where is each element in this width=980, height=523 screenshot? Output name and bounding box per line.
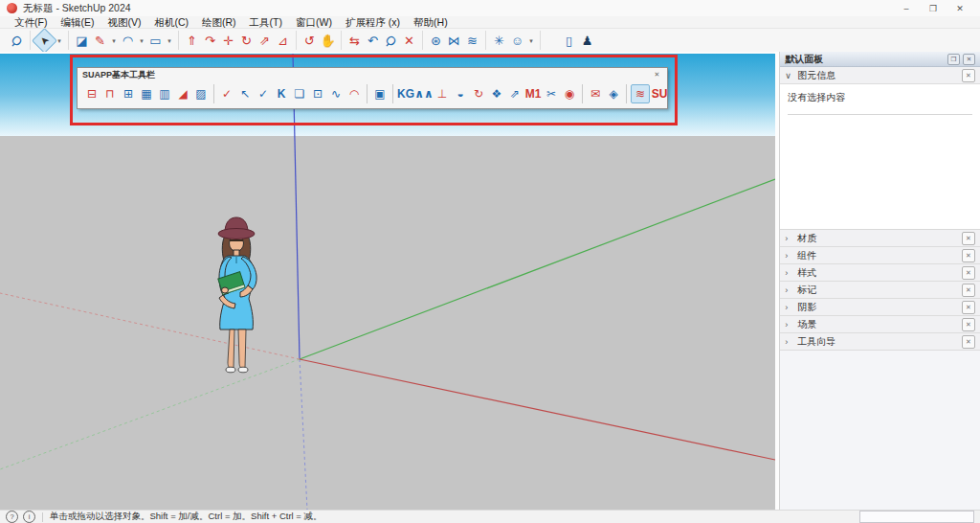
level-diamond-icon[interactable]: ◈ xyxy=(605,85,622,102)
zoom-icon[interactable]: Ϙ xyxy=(380,29,403,52)
wall-tool-icon[interactable]: ⊓ xyxy=(101,85,119,102)
select-box-icon[interactable]: ⊡ xyxy=(309,85,326,102)
stairs-icon[interactable]: ◢ xyxy=(174,85,191,102)
section-close-icon[interactable]: ✕ xyxy=(962,266,975,280)
window-frame-icon[interactable]: ⊞ xyxy=(120,85,137,102)
close-button[interactable]: ✕ xyxy=(947,1,973,16)
pan-icon[interactable]: ✋ xyxy=(320,33,336,49)
stamp-icon[interactable]: ⊥ xyxy=(434,85,451,102)
vertex-select-icon[interactable]: ↖ xyxy=(236,85,254,102)
menu-window[interactable]: 窗口(W) xyxy=(289,16,339,28)
export-icon[interactable]: ⇗ xyxy=(506,85,523,102)
new-document-icon[interactable]: ▯ xyxy=(561,33,577,49)
suapp-logo-icon[interactable]: SU xyxy=(651,85,668,102)
chevron-right-icon[interactable]: › xyxy=(785,268,792,278)
section-close-icon[interactable]: ✕ xyxy=(962,301,975,314)
select-tool-icon[interactable]: ➤ xyxy=(32,28,57,54)
section-materials[interactable]: › 材质 ✕ xyxy=(780,230,980,247)
push-pull-icon[interactable]: ⇑ xyxy=(184,33,200,49)
orbit-icon[interactable]: ↺ xyxy=(301,33,318,49)
arc-tool-icon[interactable]: ◠ xyxy=(120,33,136,49)
panel-close-icon[interactable]: ✕ xyxy=(963,54,975,65)
dimension-m1-icon[interactable]: M1 xyxy=(524,85,542,102)
minimize-button[interactable]: – xyxy=(893,1,920,16)
line-dropdown-icon[interactable]: ▾ xyxy=(110,33,118,49)
menu-edit[interactable]: 编辑(E) xyxy=(54,16,100,28)
box-extrude-icon[interactable]: ▣ xyxy=(371,85,389,102)
section-close-icon[interactable]: ✕ xyxy=(962,232,975,245)
section-instructor[interactable]: › 工具向导 ✕ xyxy=(780,333,980,351)
path-check-icon[interactable]: ✓ xyxy=(255,85,272,102)
suapp-wifi-icon[interactable]: ≋ xyxy=(631,84,650,103)
chevron-right-icon[interactable]: › xyxy=(785,337,792,347)
weight-kg-icon[interactable]: KG xyxy=(397,85,414,102)
account-icon[interactable]: ☺ xyxy=(509,33,525,49)
rotate-icon[interactable]: ↻ xyxy=(238,33,255,49)
menu-extensions[interactable]: 扩展程序 (x) xyxy=(339,16,407,28)
menu-file[interactable]: 文件(F) xyxy=(8,16,54,28)
section-scenes[interactable]: › 场景 ✕ xyxy=(780,316,980,333)
scale-icon[interactable]: ⇗ xyxy=(256,33,273,49)
user-icon[interactable]: ♟ xyxy=(579,33,595,49)
extension-manager-icon[interactable]: ✳ xyxy=(491,33,507,49)
section-close-icon[interactable]: ✕ xyxy=(962,249,975,262)
protractor-icon[interactable]: ◒ xyxy=(452,85,469,102)
copy-objects-icon[interactable]: ❏ xyxy=(291,85,308,102)
suapp-toolbar-titlebar[interactable]: SUAPP基本工具栏 ✕ xyxy=(78,68,667,81)
curtain-wave-icon[interactable]: ∿ xyxy=(327,85,345,102)
slab-icon[interactable]: ▨ xyxy=(192,85,210,102)
chevron-right-icon[interactable]: › xyxy=(785,320,792,330)
arc-dropdown-icon[interactable]: ▾ xyxy=(138,33,145,49)
menu-draw[interactable]: 绘图(R) xyxy=(195,16,243,28)
move-icon[interactable]: ✛ xyxy=(220,33,236,49)
tile-array-icon[interactable]: ❖ xyxy=(488,85,505,102)
follow-me-icon[interactable]: ↷ xyxy=(202,33,218,49)
menu-tools[interactable]: 工具(T) xyxy=(243,16,289,28)
arc-segment-icon[interactable]: ◠ xyxy=(345,85,363,102)
search-icon[interactable]: Ϙ xyxy=(6,29,29,52)
mail-m-icon[interactable]: ✉ xyxy=(587,85,604,102)
entity-info-close-icon[interactable]: ✕ xyxy=(962,69,975,82)
section-components[interactable]: › 组件 ✕ xyxy=(780,247,980,264)
grid-window-icon[interactable]: ▦ xyxy=(138,85,155,102)
tape-measure-icon[interactable]: ⊿ xyxy=(275,33,291,49)
chevron-right-icon[interactable]: › xyxy=(785,251,792,261)
look-around-icon[interactable]: ↶ xyxy=(365,33,381,49)
viewport-canvas[interactable]: SUAPP基本工具栏 ✕ ⊟ ⊓ ⊞ xyxy=(0,52,774,510)
restore-button[interactable]: ❐ xyxy=(920,1,947,16)
column-array-icon[interactable]: ▥ xyxy=(156,85,173,102)
section-styles[interactable]: › 样式 ✕ xyxy=(780,264,980,282)
section-shadows[interactable]: › 阴影 ✕ xyxy=(780,299,980,316)
section-tags[interactable]: › 标记 ✕ xyxy=(780,282,980,299)
warehouse-globe-icon[interactable]: ⊛ xyxy=(428,33,444,49)
rotate-north-icon[interactable]: ↻ xyxy=(470,85,487,102)
section-close-icon[interactable]: ✕ xyxy=(962,284,975,297)
camera-view-icon[interactable]: ◉ xyxy=(561,85,578,102)
panel-options-icon[interactable]: ❐ xyxy=(947,54,960,65)
help-icon[interactable]: ? xyxy=(6,511,18,523)
info-icon[interactable]: i xyxy=(23,511,35,523)
chevron-right-icon[interactable]: › xyxy=(785,303,792,312)
chevron-right-icon[interactable]: › xyxy=(785,285,792,295)
share-model-icon[interactable]: ⋈ xyxy=(446,33,462,49)
menu-camera[interactable]: 相机(C) xyxy=(147,16,195,28)
rectangle-tool-icon[interactable]: ▭ xyxy=(147,33,164,49)
chevron-down-icon[interactable]: ∨ xyxy=(785,71,792,80)
layers-stack-icon[interactable]: ≋ xyxy=(464,33,480,49)
door-opening-icon[interactable]: ⊟ xyxy=(83,85,100,102)
section-entity-info[interactable]: ∨ 图元信息 ✕ xyxy=(780,67,980,84)
rectangle-dropdown-icon[interactable]: ▾ xyxy=(166,33,173,49)
menu-view[interactable]: 视图(V) xyxy=(100,16,147,28)
account-dropdown-icon[interactable]: ▾ xyxy=(527,33,535,49)
position-camera-icon[interactable]: ⇆ xyxy=(346,33,363,49)
section-close-icon[interactable]: ✕ xyxy=(962,318,975,331)
zoom-extents-icon[interactable]: ✕ xyxy=(401,33,417,49)
eraser-icon[interactable]: ◪ xyxy=(74,33,90,49)
section-cut-icon[interactable]: ✂ xyxy=(543,85,560,102)
section-close-icon[interactable]: ✕ xyxy=(962,335,975,349)
menu-help[interactable]: 帮助(H) xyxy=(407,16,455,28)
suapp-toolbar-close-icon[interactable]: ✕ xyxy=(652,70,662,80)
check-tool-icon[interactable]: ✓ xyxy=(218,85,235,102)
chevron-right-icon[interactable]: › xyxy=(785,234,792,243)
suapp-toolbar[interactable]: SUAPP基本工具栏 ✕ ⊟ ⊓ ⊞ xyxy=(77,67,668,109)
